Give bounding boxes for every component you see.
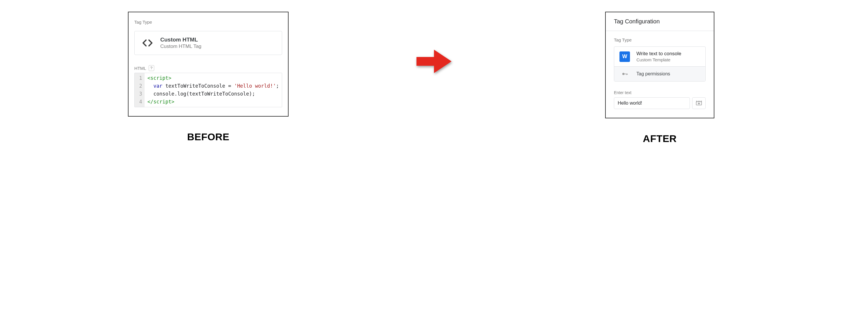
- tag-type-card-after: W Write text to console Custom Template …: [614, 47, 706, 82]
- after-column: Tag Configuration Tag Type W Write text …: [460, 12, 859, 144]
- svg-rect-2: [624, 74, 627, 74]
- svg-rect-3: [626, 74, 627, 75]
- tag-type-head[interactable]: W Write text to console Custom Template: [614, 47, 705, 66]
- html-label-row: HTML ?: [134, 65, 282, 71]
- html-code-editor[interactable]: 1 2 3 4 <script> var textToWriteToConsol…: [134, 73, 282, 107]
- tag-permissions-label: Tag permissions: [637, 71, 670, 77]
- tag-type-label-after: Tag Type: [614, 37, 706, 42]
- tag-type-title-after: Write text to console: [637, 51, 681, 57]
- svg-point-1: [622, 73, 624, 75]
- tag-type-label: Tag Type: [134, 20, 282, 25]
- after-caption: AFTER: [643, 133, 677, 144]
- tag-configuration-header: Tag Configuration: [606, 12, 714, 31]
- html-label: HTML: [134, 66, 146, 71]
- enter-text-label: Enter text: [614, 90, 706, 95]
- key-icon: [619, 71, 630, 77]
- template-w-icon: W: [619, 51, 630, 62]
- code-content[interactable]: <script> var textToWriteToConsole = 'Hel…: [145, 73, 282, 107]
- tag-permissions-row[interactable]: Tag permissions: [614, 66, 705, 81]
- enter-text-input[interactable]: [614, 97, 690, 109]
- help-icon[interactable]: ?: [149, 65, 154, 71]
- after-panel: Tag Configuration Tag Type W Write text …: [605, 12, 714, 118]
- svg-rect-6: [696, 101, 697, 102]
- svg-rect-4: [627, 74, 628, 75]
- svg-rect-7: [698, 101, 699, 102]
- code-gutter: 1 2 3 4: [135, 73, 145, 107]
- svg-rect-8: [700, 101, 700, 102]
- before-column: Tag Type Custom HTML Custom HTML Tag HTM…: [9, 12, 408, 143]
- tag-type-title: Custom HTML: [160, 36, 202, 43]
- tag-type-sub-after: Custom Template: [637, 57, 681, 62]
- svg-rect-9: [701, 101, 702, 102]
- svg-rect-11: [698, 103, 700, 104]
- arrow-icon: [416, 12, 452, 76]
- before-caption: BEFORE: [187, 131, 229, 143]
- insert-variable-button[interactable]: [692, 97, 706, 109]
- tag-type-card[interactable]: Custom HTML Custom HTML Tag: [134, 31, 282, 55]
- tag-type-sub: Custom HTML Tag: [160, 44, 202, 49]
- before-panel: Tag Type Custom HTML Custom HTML Tag HTM…: [128, 12, 288, 117]
- svg-marker-0: [416, 50, 452, 73]
- code-angle-icon: [141, 36, 154, 49]
